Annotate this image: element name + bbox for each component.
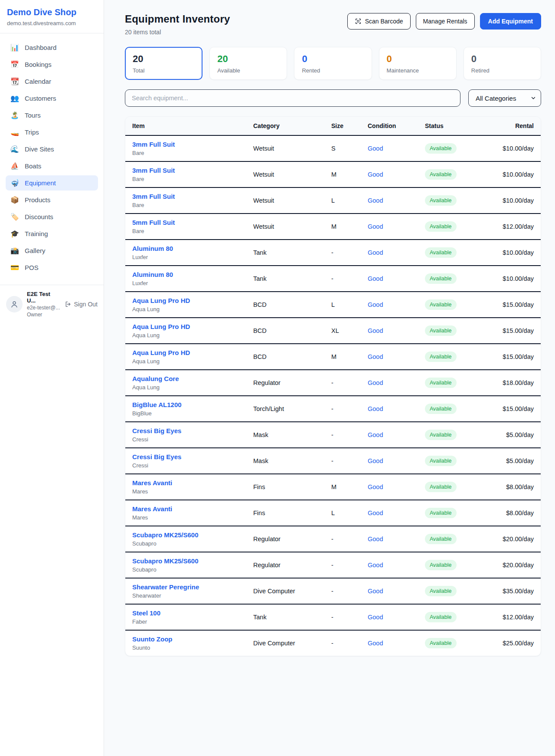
condition-link[interactable]: Good — [368, 249, 383, 256]
item-name-link[interactable]: Steel 100 — [132, 609, 239, 617]
item-brand: Aqua Lung — [132, 332, 239, 339]
condition-link[interactable]: Good — [368, 379, 383, 386]
item-name-link[interactable]: Scubapro MK25/S600 — [132, 557, 239, 565]
stat-card-total[interactable]: 20Total — [125, 47, 202, 80]
condition-link[interactable]: Good — [368, 171, 383, 178]
item-name-link[interactable]: BigBlue AL1200 — [132, 401, 239, 408]
item-name-link[interactable]: Aluminum 80 — [132, 245, 239, 252]
condition-link[interactable]: Good — [368, 509, 383, 516]
item-name-link[interactable]: Aluminum 80 — [132, 271, 239, 278]
item-name-link[interactable]: Mares Avanti — [132, 479, 239, 486]
condition-link[interactable]: Good — [368, 536, 383, 542]
sidebar-item-dive-sites[interactable]: 🌊Dive Sites — [6, 141, 98, 157]
item-brand: Scubapro — [132, 566, 239, 573]
item-name-link[interactable]: Cressi Big Eyes — [132, 427, 239, 434]
category-cell: BCD — [246, 344, 324, 370]
condition-link[interactable]: Good — [368, 431, 383, 438]
sidebar-item-discounts[interactable]: 🏷️Discounts — [6, 209, 98, 224]
condition-cell: Good — [361, 604, 418, 630]
item-name-link[interactable]: 3mm Full Suit — [132, 167, 239, 174]
status-badge: Available — [425, 299, 457, 310]
status-cell: Available — [418, 604, 479, 630]
condition-cell: Good — [361, 214, 418, 240]
item-cell: Steel 100Faber — [125, 604, 246, 630]
category-select[interactable]: All Categories — [468, 89, 541, 107]
stat-value: 0 — [471, 54, 533, 64]
size-cell: - — [324, 552, 361, 578]
item-name-link[interactable]: Shearwater Peregrine — [132, 583, 239, 591]
sidebar-item-pos[interactable]: 💳POS — [6, 260, 98, 275]
category-cell: Wetsuit — [246, 135, 324, 161]
item-name-link[interactable]: Mares Avanti — [132, 505, 239, 513]
item-name-link[interactable]: 5mm Full Suit — [132, 219, 239, 226]
sidebar-item-equipment[interactable]: 🤿Equipment — [6, 175, 98, 191]
item-name-link[interactable]: Aqualung Core — [132, 375, 239, 382]
sidebar-item-bookings[interactable]: 📅Bookings — [6, 57, 98, 72]
condition-link[interactable]: Good — [368, 405, 383, 412]
status-cell: Available — [418, 474, 479, 500]
sign-out-button[interactable]: Sign Out — [65, 301, 98, 308]
stat-card-available[interactable]: 20Available — [209, 47, 287, 80]
table-row: Aqua Lung Pro HDAqua LungBCDLGoodAvailab… — [125, 292, 541, 318]
condition-cell: Good — [361, 448, 418, 474]
size-cell: - — [324, 526, 361, 552]
condition-link[interactable]: Good — [368, 327, 383, 334]
search-input[interactable] — [125, 89, 460, 107]
status-cell: Available — [418, 396, 479, 422]
sidebar-item-customers[interactable]: 👥Customers — [6, 91, 98, 106]
scan-barcode-button[interactable]: Scan Barcode — [347, 13, 411, 30]
item-name-link[interactable]: 3mm Full Suit — [132, 193, 239, 200]
sidebar-item-label: Calendar — [25, 78, 51, 85]
condition-link[interactable]: Good — [368, 223, 383, 230]
condition-link[interactable]: Good — [368, 562, 383, 569]
sidebar-item-label: Equipment — [25, 179, 56, 187]
item-name-link[interactable]: 3mm Full Suit — [132, 141, 239, 148]
add-equipment-button[interactable]: Add Equipment — [480, 13, 541, 30]
column-header-condition: Condition — [361, 117, 418, 135]
condition-link[interactable]: Good — [368, 353, 383, 360]
sidebar-item-training[interactable]: 🎓Training — [6, 226, 98, 241]
stat-card-maintenance[interactable]: 0Maintenance — [379, 47, 457, 80]
condition-link[interactable]: Good — [368, 457, 383, 464]
condition-cell: Good — [361, 526, 418, 552]
item-name-link[interactable]: Aqua Lung Pro HD — [132, 297, 239, 304]
category-cell: Tank — [246, 604, 324, 630]
condition-link[interactable]: Good — [368, 483, 383, 490]
condition-link[interactable]: Good — [368, 197, 383, 204]
user-meta: E2E Test U... e2e-tester@... Owner — [27, 291, 60, 318]
stat-card-retired[interactable]: 0Retired — [464, 47, 541, 80]
stat-card-rented[interactable]: 0Rented — [294, 47, 372, 80]
item-cell: Mares AvantiMares — [125, 500, 246, 526]
table-header-row: ItemCategorySizeConditionStatusRental — [125, 117, 541, 135]
condition-cell: Good — [361, 578, 418, 604]
category-cell: Wetsuit — [246, 214, 324, 240]
sidebar-item-gallery[interactable]: 📸Gallery — [6, 243, 98, 258]
item-name-link[interactable]: Suunto Zoop — [132, 635, 239, 643]
sidebar-item-trips[interactable]: 🚤Trips — [6, 125, 98, 140]
category-cell: Wetsuit — [246, 161, 324, 187]
table-row: Aluminum 80LuxferTank-GoodAvailable$10.0… — [125, 266, 541, 292]
status-cell: Available — [418, 448, 479, 474]
item-cell: Aqua Lung Pro HDAqua Lung — [125, 344, 246, 370]
condition-link[interactable]: Good — [368, 640, 383, 647]
item-name-link[interactable]: Scubapro MK25/S600 — [132, 531, 239, 539]
sidebar-item-calendar[interactable]: 📆Calendar — [6, 74, 98, 89]
item-brand: Mares — [132, 514, 239, 521]
condition-link[interactable]: Good — [368, 145, 383, 152]
item-name-link[interactable]: Aqua Lung Pro HD — [132, 323, 239, 330]
condition-link[interactable]: Good — [368, 614, 383, 621]
condition-link[interactable]: Good — [368, 275, 383, 282]
sidebar-item-tours[interactable]: 🏝️Tours — [6, 108, 98, 123]
stat-value: 0 — [302, 54, 364, 64]
sidebar-item-boats[interactable]: ⛵Boats — [6, 158, 98, 174]
sidebar-item-products[interactable]: 📦Products — [6, 192, 98, 207]
manage-rentals-button[interactable]: Manage Rentals — [416, 13, 475, 30]
condition-link[interactable]: Good — [368, 301, 383, 308]
stat-label: Retired — [471, 67, 533, 74]
item-name-link[interactable]: Cressi Big Eyes — [132, 453, 239, 460]
item-name-link[interactable]: Aqua Lung Pro HD — [132, 349, 239, 356]
condition-link[interactable]: Good — [368, 588, 383, 595]
sidebar-item-dashboard[interactable]: 📊Dashboard — [6, 40, 98, 55]
speedboat-icon: 🚤 — [10, 128, 19, 136]
stats-row: 20Total20Available0Rented0Maintenance0Re… — [125, 47, 541, 80]
